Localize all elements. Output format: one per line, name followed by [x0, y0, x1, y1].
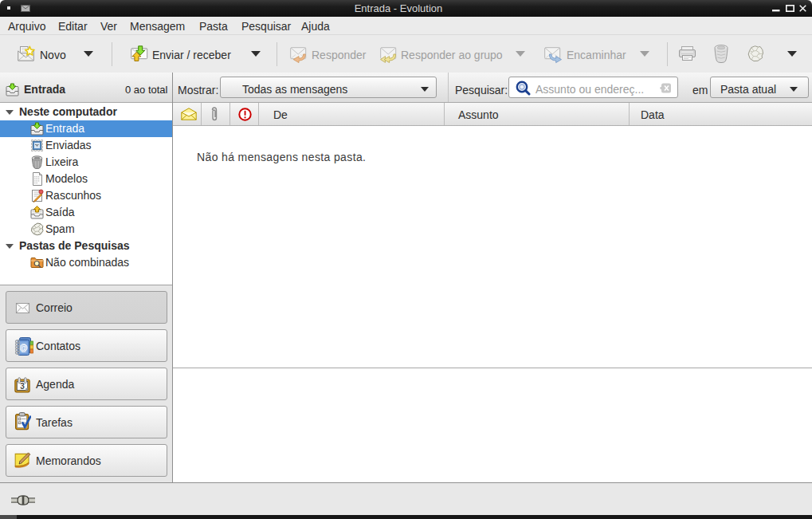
- svg-text:@: @: [19, 344, 27, 352]
